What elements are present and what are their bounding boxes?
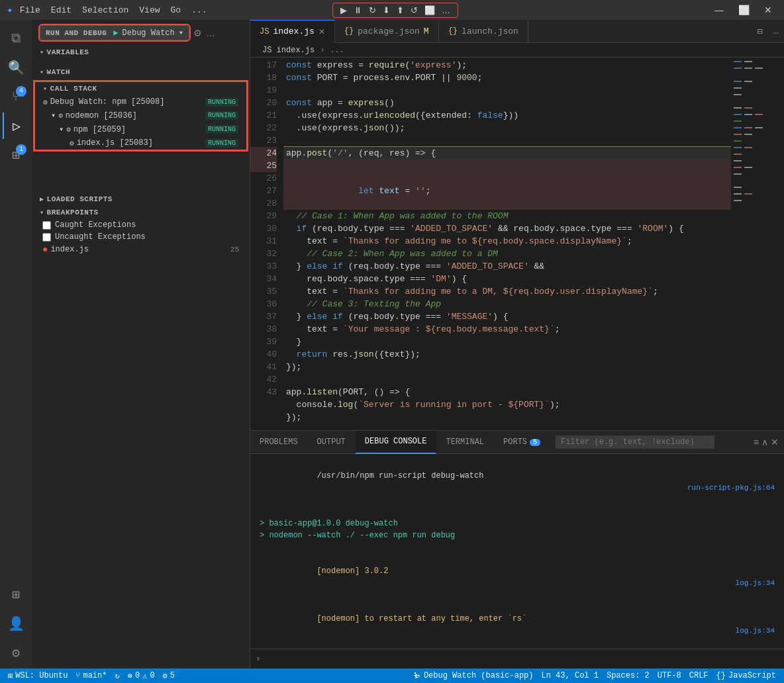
panel-scroll-top[interactable]: ∧ bbox=[761, 437, 768, 447]
console-link-1[interactable]: run-script-pkg.js:64 bbox=[687, 482, 775, 494]
activity-extensions[interactable]: ⊞ 1 bbox=[3, 142, 29, 168]
menu-view[interactable]: View bbox=[139, 5, 160, 15]
breadcrumb-indexjs[interactable]: JS index.js bbox=[262, 46, 315, 55]
breakpoints-header[interactable]: ▾ BREAKPOINTS bbox=[32, 206, 250, 219]
cs-gear-1: ⚙ bbox=[58, 111, 63, 120]
debug-step-over[interactable]: ⬇ bbox=[381, 5, 392, 16]
split-editor-button[interactable]: ⊟ bbox=[752, 26, 767, 37]
remote-icon: ⊞ bbox=[12, 586, 20, 603]
status-spaces-label: Spaces: 2 bbox=[607, 671, 650, 680]
loaded-scripts-header[interactable]: ▶ LOADED SCRIPTS bbox=[32, 193, 250, 206]
call-stack-item-0[interactable]: ⚙ Debug Watch: npm [25008] RUNNING bbox=[35, 95, 246, 109]
tab-launchjson-label: launch.json bbox=[462, 26, 518, 36]
status-debug-config[interactable]: ⛷ Debug Watch (basic-app) bbox=[413, 671, 534, 681]
menu-go[interactable]: Go bbox=[171, 5, 181, 15]
menu-bar: File Edit Selection View Go ... bbox=[20, 5, 207, 15]
status-sync[interactable]: ↻ bbox=[115, 671, 119, 681]
activity-explorer[interactable]: ⧉ bbox=[3, 25, 29, 52]
run-debug-config[interactable]: RUN AND DEBUG ▶ Debug Watch ▾ bbox=[40, 25, 189, 40]
menu-selection[interactable]: Selection bbox=[82, 5, 128, 15]
code-line-26: // Case 1: When App was added to the ROO… bbox=[283, 210, 731, 222]
breakpoints-section: ▾ BREAKPOINTS Caught Exceptions Uncaught… bbox=[32, 206, 250, 256]
caught-exceptions-checkbox[interactable] bbox=[42, 221, 51, 230]
tab-packagejson-label: package.json bbox=[358, 26, 420, 36]
code-line-19 bbox=[283, 84, 731, 97]
code-editor[interactable]: 17 18 19 20 21 22 23 24 25 26 27 28 29 3… bbox=[250, 58, 784, 430]
debug-continue[interactable]: ▶ bbox=[338, 5, 349, 16]
breakpoint-uncaught[interactable]: Uncaught Exceptions bbox=[32, 231, 250, 243]
code-line-41: console.log(`Server is running in port -… bbox=[283, 398, 731, 411]
breadcrumb-more[interactable]: ... bbox=[330, 46, 344, 55]
debug-restart[interactable]: ↻ bbox=[367, 5, 378, 16]
panel-close[interactable]: ✕ bbox=[771, 437, 779, 447]
console-link-4[interactable]: log.js:34 bbox=[736, 577, 775, 589]
minimize-button[interactable]: — bbox=[709, 5, 729, 15]
status-encoding[interactable]: UTF-8 bbox=[658, 671, 681, 681]
code-line-36: } bbox=[283, 336, 731, 348]
console-green-3: > nodemon --watch ./ --exec npm run debu… bbox=[260, 531, 455, 540]
status-spaces[interactable]: Spaces: 2 bbox=[607, 671, 650, 681]
tab-launchjson[interactable]: {} launch.json bbox=[439, 20, 528, 43]
more-actions-button[interactable]: … bbox=[206, 28, 215, 38]
warning-count: 0 bbox=[150, 671, 154, 680]
activity-source-control[interactable]: ⑂ 4 bbox=[3, 83, 29, 110]
call-stack-header[interactable]: ▾ CALL STACK bbox=[35, 82, 246, 95]
tab-terminal[interactable]: TERMINAL bbox=[436, 431, 494, 454]
activity-settings[interactable]: ⚙ bbox=[3, 639, 29, 666]
status-branch[interactable]: ⑂ main* bbox=[75, 671, 107, 680]
editor-area: JS index.js ✕ {} package.json M {} launc… bbox=[250, 20, 784, 668]
variables-chevron: ▾ bbox=[40, 48, 44, 56]
activity-remote[interactable]: ⊞ bbox=[3, 581, 29, 608]
breakpoint-file-label: index.js bbox=[50, 245, 89, 254]
status-tasks[interactable]: ⚙ 5 bbox=[163, 671, 175, 681]
panel-wrap-lines[interactable]: ≡ bbox=[754, 437, 759, 447]
debug-stop[interactable]: ⬜ bbox=[422, 5, 437, 16]
branch-icon: ⑂ bbox=[75, 671, 80, 680]
debug-step-back[interactable]: ↺ bbox=[409, 5, 420, 16]
activity-account[interactable]: 👤 bbox=[3, 610, 29, 637]
tab-bar: JS index.js ✕ {} package.json M {} launc… bbox=[250, 20, 784, 43]
watch-header[interactable]: ▾ WATCH bbox=[32, 66, 250, 79]
debug-step-into[interactable]: ⬆ bbox=[395, 5, 406, 16]
call-stack-item-3[interactable]: ⚙ index.js [25083] RUNNING bbox=[35, 136, 246, 150]
status-language[interactable]: {} JavaScript bbox=[716, 671, 776, 681]
tab-ports[interactable]: PORTS 5 bbox=[494, 431, 550, 454]
debug-pause[interactable]: ⏸ bbox=[352, 5, 364, 16]
console-filter-input[interactable] bbox=[556, 435, 714, 449]
debug-more[interactable]: … bbox=[440, 5, 452, 16]
tab-output[interactable]: OUTPUT bbox=[308, 431, 356, 454]
tab-debug-console[interactable]: DEBUG CONSOLE bbox=[356, 431, 437, 454]
status-line-ending[interactable]: CRLF bbox=[689, 671, 709, 681]
menu-more[interactable]: ... bbox=[191, 5, 207, 15]
tab-packagejson[interactable]: {} package.json M bbox=[335, 20, 439, 43]
status-errors[interactable]: ⊗ 0 ⚠ 0 bbox=[128, 671, 155, 681]
code-content[interactable]: const express = require('express'); cons… bbox=[283, 58, 731, 430]
tab-problems[interactable]: PROBLEMS bbox=[250, 431, 308, 454]
tab-indexjs-close[interactable]: ✕ bbox=[318, 27, 325, 36]
cs-expand-2: ▾ bbox=[59, 124, 64, 134]
launch-config-gear[interactable]: ⚙ bbox=[193, 28, 202, 38]
breakpoint-caught[interactable]: Caught Exceptions bbox=[32, 219, 250, 231]
code-line-38: }); bbox=[283, 361, 731, 373]
call-stack-item-2[interactable]: ▾ ⚙ npm [25059] RUNNING bbox=[35, 122, 246, 136]
cs-item-text-0: Debug Watch: npm [25008] bbox=[50, 97, 165, 107]
call-stack-item-1[interactable]: ▾ ⚙ nodemon [25036] RUNNING bbox=[35, 109, 246, 122]
menu-file[interactable]: File bbox=[20, 5, 40, 15]
breakpoints-label: BREAKPOINTS bbox=[47, 208, 99, 216]
tab-indexjs-icon: JS bbox=[260, 27, 269, 36]
warning-icon: ⚠ bbox=[142, 671, 147, 681]
status-position[interactable]: Ln 43, Col 1 bbox=[542, 671, 599, 681]
variables-header[interactable]: ▾ VARIABLES bbox=[32, 46, 250, 59]
activity-search[interactable]: 🔍 bbox=[3, 54, 29, 81]
breakpoint-indexjs[interactable]: ● index.js 25 bbox=[32, 243, 250, 256]
tab-more-button[interactable]: … bbox=[768, 26, 784, 36]
tab-output-label: OUTPUT bbox=[317, 437, 346, 447]
maximize-button[interactable]: ⬜ bbox=[733, 5, 755, 15]
activity-run-debug[interactable]: ▷ bbox=[3, 113, 29, 139]
menu-edit[interactable]: Edit bbox=[51, 5, 72, 15]
status-remote[interactable]: ⊞ WSL: Ubuntu bbox=[8, 671, 68, 681]
console-link-5[interactable]: log.js:34 bbox=[736, 625, 775, 637]
uncaught-exceptions-checkbox[interactable] bbox=[42, 233, 51, 242]
tab-indexjs[interactable]: JS index.js ✕ bbox=[250, 20, 335, 43]
close-button[interactable]: ✕ bbox=[759, 5, 777, 15]
